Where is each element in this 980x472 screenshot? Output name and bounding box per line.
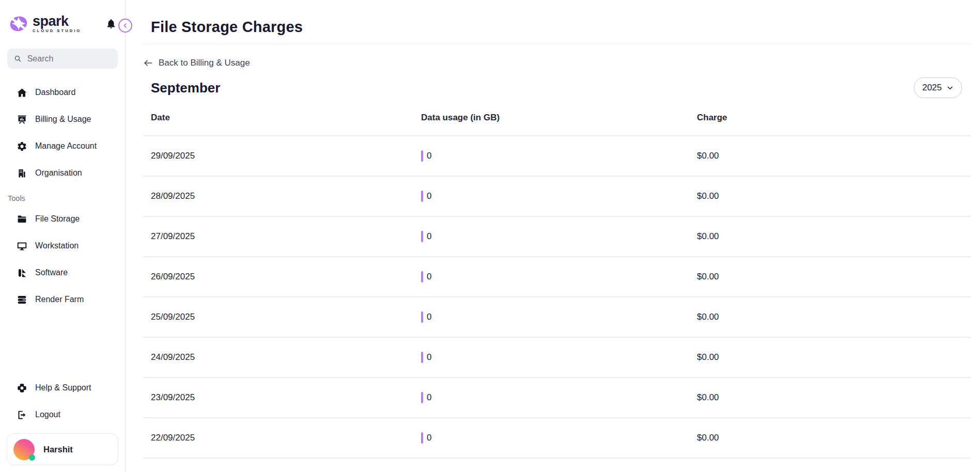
arrow-left-icon — [143, 59, 153, 67]
page-title: File Storage Charges — [151, 19, 971, 36]
charges-table: Date Data usage (in GB) Charge 29/09/202… — [143, 107, 971, 459]
avatar — [13, 439, 35, 460]
table-header-row: Date Data usage (in GB) Charge — [143, 107, 971, 136]
usage-bar-mark — [421, 311, 423, 323]
server-stack-icon — [17, 294, 27, 305]
column-header-usage: Data usage (in GB) — [419, 113, 695, 123]
date-cell: 27/09/2025 — [143, 231, 419, 242]
sidebar-spacer — [0, 313, 125, 364]
month-header-row: September 2025 — [143, 77, 971, 98]
main-content: File Storage Charges Back to Billing & U… — [126, 0, 980, 472]
charge-cell: $0.00 — [695, 433, 971, 443]
column-header-charge: Charge — [695, 113, 971, 123]
usage-value: 0 — [427, 312, 431, 322]
sidebar-item-software[interactable]: Software — [0, 259, 125, 286]
logout-icon — [17, 410, 27, 420]
sidebar-item-render-farm[interactable]: Render Farm — [0, 286, 125, 313]
logo-text: spark CLOUD STUDIO — [33, 15, 81, 33]
sidebar-item-dashboard[interactable]: Dashboard — [0, 79, 125, 106]
title-divider — [143, 44, 971, 44]
date-cell: 25/09/2025 — [143, 312, 419, 322]
usage-value: 0 — [427, 231, 431, 242]
online-status-dot — [29, 454, 35, 461]
sidebar-item-label: Help & Support — [35, 383, 91, 392]
usage-bar-mark — [421, 191, 423, 202]
month-heading: September — [151, 80, 220, 96]
charge-cell: $0.00 — [695, 352, 971, 363]
spark-logo-icon — [8, 13, 29, 34]
sidebar-item-label: Billing & Usage — [35, 115, 91, 124]
date-cell: 29/09/2025 — [143, 151, 419, 161]
date-cell: 22/09/2025 — [143, 433, 419, 443]
sidebar-item-logout[interactable]: Logout — [0, 401, 125, 428]
table-row: 23/09/2025 0 $0.00 — [143, 378, 971, 418]
sidebar-item-organisation[interactable]: Organisation — [0, 160, 125, 186]
tools-nav: File Storage Workstation Software — [0, 206, 125, 313]
primary-nav: Dashboard Billing & Usage Manage Account — [0, 79, 125, 186]
usage-bar-mark — [421, 352, 423, 363]
notifications-bell-icon[interactable] — [105, 18, 117, 29]
usage-cell: 0 — [419, 150, 695, 162]
date-cell: 26/09/2025 — [143, 272, 419, 282]
sidebar-item-manage-account[interactable]: Manage Account — [0, 133, 125, 160]
sidebar-item-label: Organisation — [35, 168, 82, 178]
table-row: 22/09/2025 0 $0.00 — [143, 418, 971, 459]
building-icon — [17, 168, 27, 179]
charge-cell: $0.00 — [695, 191, 971, 201]
table-row: 25/09/2025 0 $0.00 — [143, 297, 971, 338]
logo-row: spark CLOUD STUDIO — [0, 0, 125, 34]
sidebar-item-label: Manage Account — [35, 141, 97, 151]
charge-cell: $0.00 — [695, 392, 971, 403]
year-selector-dropdown[interactable]: 2025 — [914, 77, 962, 98]
usage-value: 0 — [427, 151, 431, 161]
sidebar-item-billing-usage[interactable]: Billing & Usage — [0, 106, 125, 133]
user-name: Harshit — [43, 445, 73, 454]
table-row: 24/09/2025 0 $0.00 — [143, 338, 971, 378]
usage-value: 0 — [427, 392, 431, 403]
search-icon — [14, 54, 22, 63]
usage-cell: 0 — [419, 271, 695, 282]
search-box[interactable] — [7, 49, 118, 69]
tools-section-label: Tools — [8, 194, 125, 202]
charge-cell: $0.00 — [695, 312, 971, 322]
usage-value: 0 — [427, 352, 431, 363]
user-profile-card[interactable]: Harshit — [7, 433, 118, 465]
sidebar-item-help-support[interactable]: Help & Support — [0, 374, 125, 401]
sidebar-item-file-storage[interactable]: File Storage — [0, 206, 125, 232]
sidebar-item-label: Software — [35, 268, 68, 277]
table-row: 28/09/2025 0 $0.00 — [143, 177, 971, 217]
usage-cell: 0 — [419, 352, 695, 363]
usage-bar-mark — [421, 231, 423, 242]
usage-value: 0 — [427, 272, 431, 282]
sidebar-item-workstation[interactable]: Workstation — [0, 232, 125, 259]
sidebar-item-label: Logout — [35, 410, 60, 419]
sidebar-item-label: Render Farm — [35, 295, 84, 304]
usage-cell: 0 — [419, 392, 695, 403]
gear-icon — [17, 141, 27, 152]
brand-name: spark — [33, 15, 81, 28]
footer-nav: Help & Support Logout — [0, 374, 125, 428]
home-icon — [17, 87, 27, 98]
table-row: 27/09/2025 0 $0.00 — [143, 217, 971, 257]
usage-cell: 0 — [419, 191, 695, 202]
usage-cell: 0 — [419, 311, 695, 323]
sidebar-item-label: Dashboard — [35, 88, 75, 97]
date-cell: 24/09/2025 — [143, 352, 419, 363]
sidebar-collapse-button[interactable] — [118, 19, 132, 33]
usage-value: 0 — [427, 191, 431, 201]
column-header-date: Date — [143, 113, 419, 123]
search-input[interactable] — [27, 54, 111, 64]
lifebuoy-icon — [17, 383, 27, 394]
usage-cell: 0 — [419, 432, 695, 444]
usage-bar-mark — [421, 271, 423, 282]
back-to-billing-link[interactable]: Back to Billing & Usage — [143, 58, 250, 68]
usage-cell: 0 — [419, 231, 695, 242]
sidebar-item-label: File Storage — [35, 214, 80, 224]
table-row: 26/09/2025 0 $0.00 — [143, 257, 971, 297]
billing-kiosk-icon — [17, 114, 27, 125]
usage-bar-mark — [421, 150, 423, 162]
chevron-down-icon — [946, 84, 954, 91]
sidebar-item-label: Workstation — [35, 241, 79, 250]
usage-value: 0 — [427, 433, 431, 443]
table-row: 29/09/2025 0 $0.00 — [143, 136, 971, 177]
